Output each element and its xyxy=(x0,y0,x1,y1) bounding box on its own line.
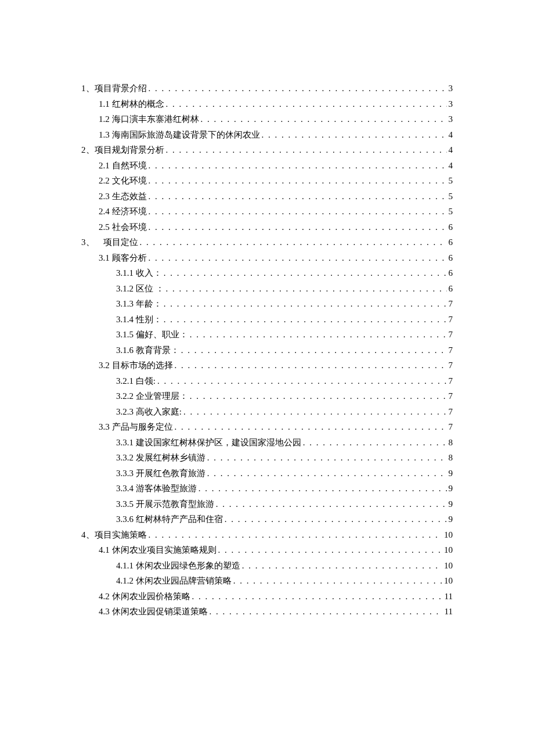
toc-entry: 3.3.2 发展红树林乡镇游. . . . . . . . . . . . . … xyxy=(81,451,453,466)
toc-label: 3.1.4 性别： xyxy=(116,312,162,327)
toc-label: 2.3 生态效益 xyxy=(99,189,147,204)
toc-entry: 3、 项目定位. . . . . . . . . . . . . . . . .… xyxy=(81,235,453,250)
toc-leader: . . . . . . . . . . . . . . . . . . . . … xyxy=(201,112,447,127)
toc-page-number: 7 xyxy=(449,374,453,389)
toc-entry: 4.2 休闲农业园价格策略. . . . . . . . . . . . . .… xyxy=(81,589,453,604)
toc-label: 3.2.3 高收入家庭: xyxy=(116,405,182,420)
toc-entry: 2.5 社会环境. . . . . . . . . . . . . . . . … xyxy=(81,220,453,235)
toc-leader: . . . . . . . . . . . . . . . . . . . . … xyxy=(242,559,442,574)
toc-page-number: 9 xyxy=(449,512,453,527)
toc-leader: . . . . . . . . . . . . . . . . . . . . … xyxy=(218,543,443,558)
toc-leader: . . . . . . . . . . . . . . . . . . . . … xyxy=(262,128,447,143)
toc-label: 4.2 休闲农业园价格策略 xyxy=(99,589,190,604)
toc-leader: . . . . . . . . . . . . . . . . . . . . … xyxy=(199,481,447,496)
toc-entry: 3.1.1 收入：. . . . . . . . . . . . . . . .… xyxy=(81,266,453,281)
toc-entry: 4.1 休闲农业项目实施策略规则. . . . . . . . . . . . … xyxy=(81,543,453,558)
toc-page-number: 7 xyxy=(449,405,453,420)
toc-page-number: 7 xyxy=(449,420,453,435)
toc-leader: . . . . . . . . . . . . . . . . . . . . … xyxy=(140,235,447,250)
toc-leader: . . . . . . . . . . . . . . . . . . . . … xyxy=(166,282,447,297)
toc-label: 4.3 休闲农业园促销渠道策略 xyxy=(99,604,208,620)
toc-leader: . . . . . . . . . . . . . . . . . . . . … xyxy=(192,589,443,604)
toc-entry: 3.2.1 白领:. . . . . . . . . . . . . . . .… xyxy=(81,374,453,389)
toc-label: 3.1.5 偏好、职业： xyxy=(116,327,188,343)
toc-entry: 1.3 海南国际旅游岛建设背景下的休闲农业. . . . . . . . . .… xyxy=(81,128,453,143)
toc-entry: 3.1.2 区位 ：. . . . . . . . . . . . . . . … xyxy=(81,282,453,297)
toc-leader: . . . . . . . . . . . . . . . . . . . . … xyxy=(149,204,447,219)
toc-entry: 1、项目背景介绍. . . . . . . . . . . . . . . . … xyxy=(81,81,453,96)
toc-page-number: 7 xyxy=(449,389,453,404)
toc-page-number: 3 xyxy=(449,97,453,112)
toc-label: 1、项目背景介绍 xyxy=(81,81,147,96)
toc-label: 3.3.5 开展示范教育型旅游 xyxy=(116,497,214,512)
toc-entry: 3.3.6 红树林特产产品和住宿. . . . . . . . . . . . … xyxy=(81,512,453,527)
toc-page-number: 3 xyxy=(449,81,453,96)
toc-label: 2.5 社会环境 xyxy=(99,220,147,235)
toc-entry: 3.3.1 建设国家红树林保护区，建设国家湿地公园. . . . . . . .… xyxy=(81,435,453,451)
toc-page-number: 11 xyxy=(445,589,453,604)
toc-entry: 3.3.4 游客体验型旅游. . . . . . . . . . . . . .… xyxy=(81,481,453,496)
toc-entry: 3.3 产品与服务定位. . . . . . . . . . . . . . .… xyxy=(81,420,453,435)
toc-page-number: 9 xyxy=(449,481,453,496)
toc-page-number: 5 xyxy=(449,174,453,189)
toc-entry: 3.1.5 偏好、职业：. . . . . . . . . . . . . . … xyxy=(81,327,453,343)
toc-leader: . . . . . . . . . . . . . . . . . . . . … xyxy=(149,251,447,266)
toc-label: 3.2 目标市场的选择 xyxy=(99,358,173,373)
toc-page-number: 9 xyxy=(449,466,453,481)
toc-label: 3.3.6 红树林特产产品和住宿 xyxy=(116,512,223,527)
toc-page-number: 6 xyxy=(449,282,453,297)
toc-leader: . . . . . . . . . . . . . . . . . . . . … xyxy=(157,374,447,389)
toc-entry: 1.1 红树林的概念. . . . . . . . . . . . . . . … xyxy=(81,97,453,112)
toc-page-number: 8 xyxy=(449,451,453,466)
toc-leader: . . . . . . . . . . . . . . . . . . . . … xyxy=(207,451,447,466)
toc-leader: . . . . . . . . . . . . . . . . . . . . … xyxy=(175,358,447,373)
toc-page-number: 7 xyxy=(449,358,453,373)
toc-leader: . . . . . . . . . . . . . . . . . . . . … xyxy=(149,189,447,204)
toc-leader: . . . . . . . . . . . . . . . . . . . . … xyxy=(149,528,443,543)
toc-page-number: 6 xyxy=(449,220,453,235)
toc-label: 3.1.6 教育背景： xyxy=(116,343,179,358)
toc-leader: . . . . . . . . . . . . . . . . . . . . … xyxy=(183,405,447,420)
toc-page-number: 10 xyxy=(444,574,453,589)
toc-page-number: 10 xyxy=(444,559,453,574)
toc-page-number: 9 xyxy=(449,497,453,512)
toc-label: 3.2.2 企业管理层： xyxy=(116,389,188,404)
toc-page-number: 7 xyxy=(449,343,453,358)
toc-page-number: 4 xyxy=(449,143,453,158)
toc-page-number: 5 xyxy=(449,204,453,219)
toc-page-number: 6 xyxy=(449,251,453,266)
toc-entry: 4.1.1 休闲农业园绿色形象的塑造. . . . . . . . . . . … xyxy=(81,559,453,574)
toc-entry: 3.2 目标市场的选择. . . . . . . . . . . . . . .… xyxy=(81,358,453,373)
toc-label: 1.3 海南国际旅游岛建设背景下的休闲农业 xyxy=(99,128,260,143)
toc-label: 3.1.1 收入： xyxy=(116,266,162,281)
toc-label: 2.4 经济环境 xyxy=(99,204,147,219)
toc-entry: 2.1 自然环境. . . . . . . . . . . . . . . . … xyxy=(81,159,453,174)
toc-page-number: 8 xyxy=(449,435,453,451)
toc-leader: . . . . . . . . . . . . . . . . . . . . … xyxy=(190,389,447,404)
toc-entry: 3.2.2 企业管理层：. . . . . . . . . . . . . . … xyxy=(81,389,453,404)
toc-label: 4.1 休闲农业项目实施策略规则 xyxy=(99,543,217,558)
toc-leader: . . . . . . . . . . . . . . . . . . . . … xyxy=(166,143,447,158)
toc-entry: 3.1 顾客分析. . . . . . . . . . . . . . . . … xyxy=(81,251,453,266)
toc-entry: 3.1.4 性别：. . . . . . . . . . . . . . . .… xyxy=(81,312,453,327)
toc-label: 3.3 产品与服务定位 xyxy=(99,420,173,435)
toc-page-number: 4 xyxy=(449,159,453,174)
toc-entry: 3.3.5 开展示范教育型旅游. . . . . . . . . . . . .… xyxy=(81,497,453,512)
toc-label: 4.1.1 休闲农业园绿色形象的塑造 xyxy=(116,559,240,574)
table-of-contents: 1、项目背景介绍. . . . . . . . . . . . . . . . … xyxy=(81,81,453,620)
toc-page-number: 7 xyxy=(449,297,453,312)
toc-label: 1.2 海口演丰东寨港红树林 xyxy=(99,112,199,127)
toc-entry: 1.2 海口演丰东寨港红树林. . . . . . . . . . . . . … xyxy=(81,112,453,127)
toc-entry: 2、项目规划背景分析. . . . . . . . . . . . . . . … xyxy=(81,143,453,158)
toc-leader: . . . . . . . . . . . . . . . . . . . . … xyxy=(164,312,447,327)
toc-label: 2.1 自然环境 xyxy=(99,159,147,174)
toc-entry: 3.1.3 年龄：. . . . . . . . . . . . . . . .… xyxy=(81,297,453,312)
toc-label: 3.3.2 发展红树林乡镇游 xyxy=(116,451,205,466)
toc-label: 3.2.1 白领: xyxy=(116,374,156,389)
toc-entry: 3.3.3 开展红色教育旅游. . . . . . . . . . . . . … xyxy=(81,466,453,481)
toc-leader: . . . . . . . . . . . . . . . . . . . . … xyxy=(225,512,447,527)
toc-leader: . . . . . . . . . . . . . . . . . . . . … xyxy=(149,159,447,174)
toc-leader: . . . . . . . . . . . . . . . . . . . . … xyxy=(166,97,447,112)
toc-label: 3.1.3 年龄： xyxy=(116,297,162,312)
toc-page-number: 10 xyxy=(444,543,453,558)
